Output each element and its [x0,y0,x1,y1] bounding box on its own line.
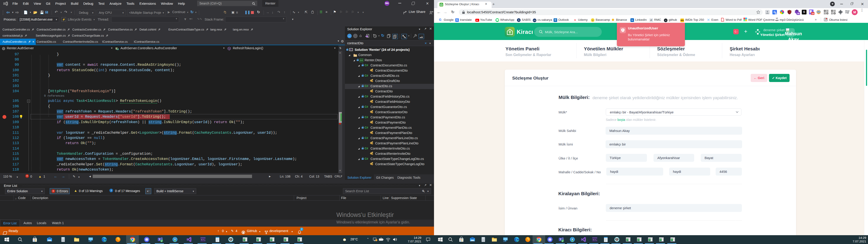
svg-text:T: T [159,238,160,241]
svg-text:T: T [560,238,561,241]
svg-text:C:\_: C:\_ [593,239,597,241]
svg-text:C:\_: C:\_ [201,239,206,241]
